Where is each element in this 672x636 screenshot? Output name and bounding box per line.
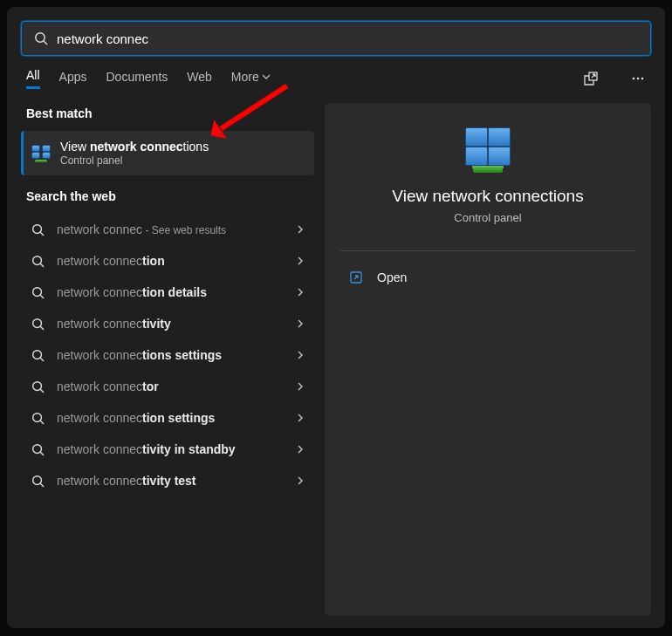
web-result-text: network connection: [57, 254, 165, 268]
best-match-item[interactable]: View network connections Control panel: [21, 131, 314, 175]
tab-web[interactable]: Web: [187, 70, 212, 88]
chevron-right-icon: [295, 444, 305, 455]
svg-point-4: [637, 78, 640, 80]
network-connections-icon: [31, 145, 51, 162]
svg-line-11: [40, 295, 44, 298]
svg-point-3: [633, 78, 635, 80]
filter-tabs: All Apps Documents Web More: [21, 56, 651, 103]
chevron-right-icon: [295, 475, 305, 486]
chevron-down-icon: [262, 72, 271, 81]
svg-line-7: [40, 232, 44, 236]
svg-point-22: [33, 475, 42, 484]
svg-line-21: [40, 452, 44, 455]
chevron-right-icon: [295, 350, 305, 360]
chevron-right-icon: [295, 381, 305, 392]
web-result-item[interactable]: network connection details: [21, 277, 314, 308]
web-result-item[interactable]: network connection settings: [21, 402, 314, 434]
search-icon: [31, 443, 45, 456]
best-match-subtitle: Control panel: [60, 154, 209, 167]
svg-line-23: [40, 483, 44, 487]
tab-all[interactable]: All: [26, 68, 40, 89]
web-result-text: network connectivity: [57, 317, 171, 331]
tab-apps[interactable]: Apps: [59, 70, 87, 88]
web-result-item[interactable]: network connector: [21, 371, 314, 402]
chevron-right-icon: [295, 318, 305, 329]
svg-line-9: [40, 263, 44, 267]
svg-point-12: [33, 318, 42, 327]
web-result-item[interactable]: network connectivity in standby: [21, 434, 314, 465]
best-match-heading: Best match: [21, 103, 314, 131]
web-result-text: network connectivity in standby: [57, 442, 236, 456]
open-icon: [349, 270, 363, 284]
svg-point-5: [641, 78, 644, 80]
svg-point-14: [33, 350, 42, 359]
search-icon: [31, 255, 45, 268]
search-box[interactable]: [21, 21, 651, 56]
search-icon: [31, 318, 45, 331]
svg-line-15: [40, 358, 44, 361]
search-icon: [31, 349, 45, 362]
svg-point-8: [33, 256, 42, 264]
search-icon: [31, 475, 45, 488]
tab-more[interactable]: More: [231, 70, 271, 88]
svg-point-6: [33, 224, 42, 233]
web-result-item[interactable]: network connec - See web results: [21, 214, 314, 245]
best-match-title: View network connections: [60, 140, 209, 154]
web-result-item[interactable]: network connections settings: [21, 339, 314, 371]
svg-line-1: [44, 41, 47, 44]
results-list: Best match View network connections Cont…: [21, 103, 314, 616]
svg-line-17: [40, 389, 44, 393]
chevron-right-icon: [295, 287, 305, 297]
svg-point-0: [36, 33, 45, 42]
search-icon: [31, 412, 45, 425]
web-result-text: network connec - See web results: [57, 222, 226, 236]
open-label: Open: [377, 270, 407, 284]
chevron-right-icon: [295, 256, 305, 266]
svg-point-18: [33, 413, 42, 421]
web-result-item[interactable]: network connection: [21, 245, 314, 277]
search-input[interactable]: [57, 31, 638, 46]
web-result-text: network connection settings: [57, 411, 215, 425]
web-result-text: network connector: [57, 380, 159, 393]
svg-point-10: [33, 287, 42, 296]
svg-point-20: [33, 444, 42, 453]
svg-point-16: [33, 381, 42, 390]
tab-documents[interactable]: Documents: [106, 70, 168, 88]
share-icon[interactable]: [583, 71, 599, 86]
search-icon: [31, 380, 45, 393]
details-panel: View network connections Control panel O…: [325, 103, 651, 616]
network-connections-large-icon: [460, 127, 516, 173]
details-subtitle: Control panel: [454, 211, 521, 224]
svg-line-19: [40, 421, 44, 424]
separator: [340, 250, 635, 251]
search-icon: [31, 223, 45, 236]
more-options-icon[interactable]: [630, 71, 646, 86]
search-icon: [34, 31, 48, 45]
web-result-text: network connections settings: [57, 348, 222, 362]
svg-line-13: [40, 326, 44, 330]
details-title: View network connections: [392, 187, 583, 206]
search-web-heading: Search the web: [21, 186, 314, 214]
chevron-right-icon: [295, 413, 305, 423]
chevron-right-icon: [295, 224, 305, 235]
web-result-item[interactable]: network connectivity test: [21, 465, 314, 496]
web-result-text: network connectivity test: [57, 474, 196, 488]
web-result-text: network connection details: [57, 285, 207, 299]
open-action[interactable]: Open: [340, 263, 635, 291]
search-icon: [31, 286, 45, 299]
web-result-item[interactable]: network connectivity: [21, 308, 314, 339]
